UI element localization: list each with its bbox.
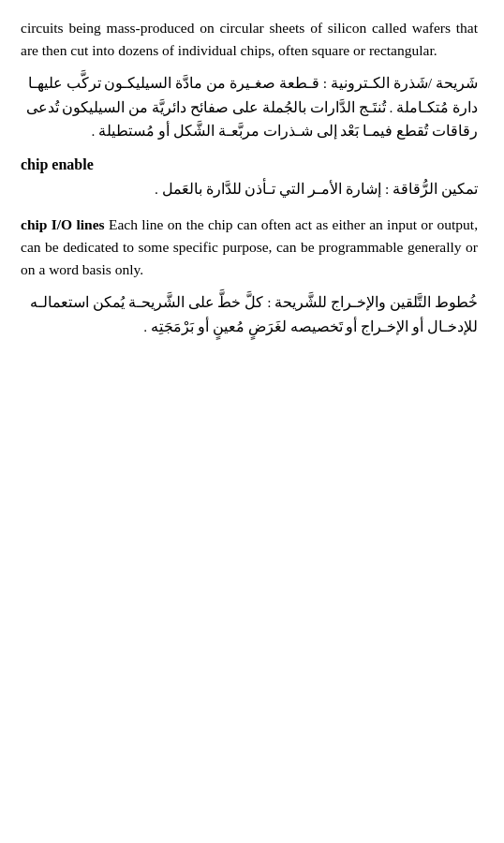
chip-io-english-text: chip I/O lines Each line on the chip can… — [21, 214, 478, 281]
intro-english-text: circuits being mass-produced on circular… — [21, 17, 478, 62]
chip-enable-heading: chip enable — [21, 156, 478, 173]
intro-english-section: circuits being mass-produced on circular… — [21, 17, 478, 62]
chip-io-term: chip I/O lines — [21, 216, 105, 232]
chip-io-section: chip I/O lines Each line on the chip can… — [21, 214, 478, 338]
page-container: circuits being mass-produced on circular… — [0, 0, 504, 368]
chip-enable-section: chip enable تمكين الرُّقاقة : إشارة الأم… — [21, 156, 478, 201]
chip-io-arabic-text: خُطوط التَّلقين والإخـراج للشَّريحة : كل… — [21, 290, 478, 338]
intro-arabic-text: شَريحة /شَذرة الكـترونية : قـطعة صغـيرة … — [21, 71, 478, 143]
intro-arabic-section: شَريحة /شَذرة الكـترونية : قـطعة صغـيرة … — [21, 71, 478, 143]
chip-enable-arabic-text: تمكين الرُّقاقة : إشارة الأمـر التي تـأذ… — [21, 177, 478, 201]
